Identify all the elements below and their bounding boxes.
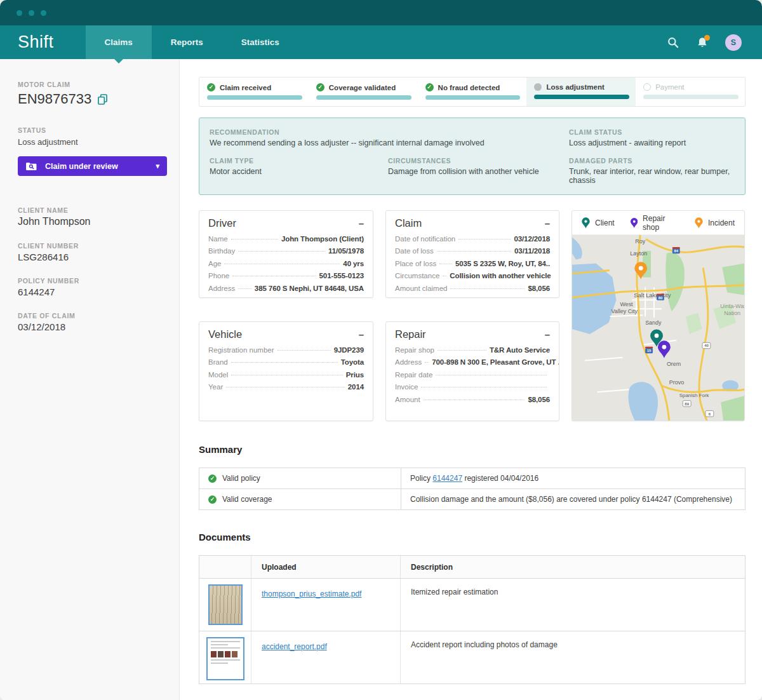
- avatar[interactable]: S: [725, 34, 742, 51]
- summary-table: ✓ Valid policy Policy 6144247 registered…: [199, 468, 745, 510]
- summary-heading: Summary: [199, 444, 745, 455]
- kv-row: Date of loss03/11/2018: [395, 245, 550, 257]
- recommendation-value: We recommend sending a loss adjuster -- …: [210, 138, 569, 147]
- documents-table-header: Uploaded Description: [199, 556, 745, 579]
- folder-search-icon: [25, 161, 37, 171]
- kv-row: BrandToyota: [208, 356, 364, 368]
- claim-under-review-button[interactable]: Claim under review ▾: [18, 156, 167, 176]
- check-icon: ✓: [316, 83, 324, 91]
- main-navbar: Shift Claims Reports Statistics S: [0, 25, 762, 59]
- svg-text:Uinta-Was: Uinta-Was: [720, 303, 744, 309]
- svg-text:40: 40: [704, 344, 709, 347]
- step-claim-received[interactable]: ✓Claim received: [199, 77, 309, 106]
- step-label: Claim received: [220, 84, 271, 91]
- legend-incident: Incident: [695, 217, 735, 229]
- kv-row: Address385 760 S Nephi, UT 84648, USA: [208, 283, 364, 295]
- repair-card: Repair – Repair shopT&R Auto Service Add…: [385, 321, 559, 421]
- svg-text:84: 84: [674, 249, 678, 253]
- check-icon: ✓: [208, 495, 217, 504]
- valid-policy-detail: Policy 6144247 registered 04/04/2016: [401, 474, 538, 483]
- svg-text:Provo: Provo: [669, 379, 684, 386]
- map-legend: Client Repair shop Incident: [572, 211, 744, 235]
- kv-row: Repair shopT&R Auto Service: [395, 344, 550, 356]
- window-control-dot[interactable]: [41, 10, 46, 16]
- motor-claim-label: MOTOR CLAIM: [18, 81, 166, 88]
- notification-badge: [704, 35, 710, 41]
- tab-claims[interactable]: Claims: [86, 25, 152, 59]
- svg-text:West: West: [620, 301, 633, 307]
- svg-text:Spanish Fork: Spanish Fork: [679, 393, 709, 398]
- kv-row: Age40 yrs: [208, 258, 364, 270]
- kv-row: CircumstanceCollision with another vehic…: [395, 270, 550, 282]
- copy-icon[interactable]: [98, 94, 107, 105]
- circumstances-value: Damage from collision with another vehic…: [388, 167, 569, 176]
- kv-row: ModelPrius: [208, 369, 364, 381]
- vehicle-card-title: Vehicle: [208, 328, 242, 340]
- map[interactable]: Roy Layton Salt Lake City West Valley Ci…: [572, 235, 744, 421]
- step-label: Coverage validated: [329, 84, 396, 91]
- svg-text:Layton: Layton: [630, 250, 647, 257]
- collapse-icon[interactable]: –: [359, 330, 364, 339]
- circumstances-label: CIRCUMSTANCES: [388, 157, 569, 165]
- driver-card-title: Driver: [208, 217, 236, 229]
- driver-card: Driver – NameJohn Thompson (Client) Birt…: [199, 210, 373, 298]
- check-icon: ✓: [207, 83, 215, 91]
- document-thumbnail[interactable]: [208, 584, 243, 625]
- legend-incident-label: Incident: [708, 219, 735, 227]
- summary-row-valid-policy: ✓ Valid policy Policy 6144247 registered…: [199, 468, 745, 489]
- kv-row: Invoice: [395, 381, 550, 393]
- map-card: Client Repair shop Incident: [572, 210, 745, 421]
- svg-text:Sandy: Sandy: [645, 320, 662, 326]
- valid-coverage-label: Valid coverage: [222, 495, 272, 504]
- svg-text:Nation: Nation: [724, 310, 740, 316]
- document-link[interactable]: thompson_prius_estimate.pdf: [262, 589, 361, 598]
- claim-sidebar: MOTOR CLAIM EN9876733 STATUS Loss adjust…: [0, 59, 180, 700]
- documents-heading: Documents: [199, 532, 745, 542]
- claim-type-value: Motor accident: [210, 167, 388, 176]
- step-label: Payment: [655, 83, 684, 91]
- step-loss-adjustment[interactable]: Loss adjustment: [526, 77, 636, 106]
- claim-status-value: Loss adjustment - awaiting report: [569, 138, 735, 147]
- step-payment[interactable]: Payment: [636, 77, 745, 106]
- client-name-value: John Thompson: [18, 216, 166, 227]
- repair-card-title: Repair: [395, 328, 426, 340]
- claim-status-label: CLAIM STATUS: [569, 128, 735, 136]
- policy-number-value: 6144247: [18, 286, 166, 297]
- document-description: Accident report including photos of dama…: [401, 631, 745, 683]
- status-value: Loss adjustment: [18, 137, 166, 147]
- svg-text:Valley City: Valley City: [612, 308, 638, 314]
- document-link[interactable]: accident_report.pdf: [262, 642, 327, 651]
- step-label: Loss adjustment: [546, 83, 604, 91]
- client-number-value: LSG286416: [18, 252, 166, 262]
- tab-statistics[interactable]: Statistics: [222, 25, 298, 59]
- step-no-fraud-detected[interactable]: ✓No fraud detected: [418, 77, 527, 106]
- tab-reports[interactable]: Reports: [152, 25, 222, 59]
- document-row: accident_report.pdf Accident report incl…: [199, 631, 745, 683]
- svg-text:89: 89: [685, 402, 689, 406]
- client-number-label: CLIENT NUMBER: [18, 242, 166, 250]
- svg-text:Roy: Roy: [635, 238, 645, 245]
- window-control-dot[interactable]: [17, 10, 22, 16]
- collapse-icon[interactable]: –: [545, 219, 550, 228]
- document-description: Itemized repair estimation: [401, 579, 745, 631]
- policy-link[interactable]: 6144247: [432, 474, 462, 483]
- search-icon[interactable]: [667, 36, 679, 49]
- date-of-claim-label: DATE OF CLAIM: [18, 312, 166, 320]
- collapse-icon[interactable]: –: [359, 219, 364, 228]
- claim-id: EN9876733: [18, 91, 91, 107]
- window-control-dot[interactable]: [29, 10, 34, 16]
- summary-row-valid-coverage: ✓ Valid coverage Collision damage and th…: [199, 489, 745, 509]
- valid-policy-label: Valid policy: [222, 474, 260, 483]
- window-titlebar: [0, 0, 762, 25]
- main-content: ✓Claim received ✓Coverage validated ✓No …: [180, 59, 762, 700]
- step-coverage-validated[interactable]: ✓Coverage validated: [309, 77, 418, 106]
- claim-card-title: Claim: [395, 217, 422, 229]
- step-progress-bar: [207, 95, 302, 100]
- recommendation-label: RECOMMENDATION: [210, 128, 569, 136]
- legend-client-label: Client: [595, 219, 615, 227]
- claim-progress-stepper: ✓Claim received ✓Coverage validated ✓No …: [199, 77, 745, 107]
- bell-icon[interactable]: [696, 36, 709, 49]
- collapse-icon[interactable]: –: [545, 330, 550, 339]
- brand-logo[interactable]: Shift: [0, 25, 86, 59]
- document-thumbnail[interactable]: [206, 637, 244, 680]
